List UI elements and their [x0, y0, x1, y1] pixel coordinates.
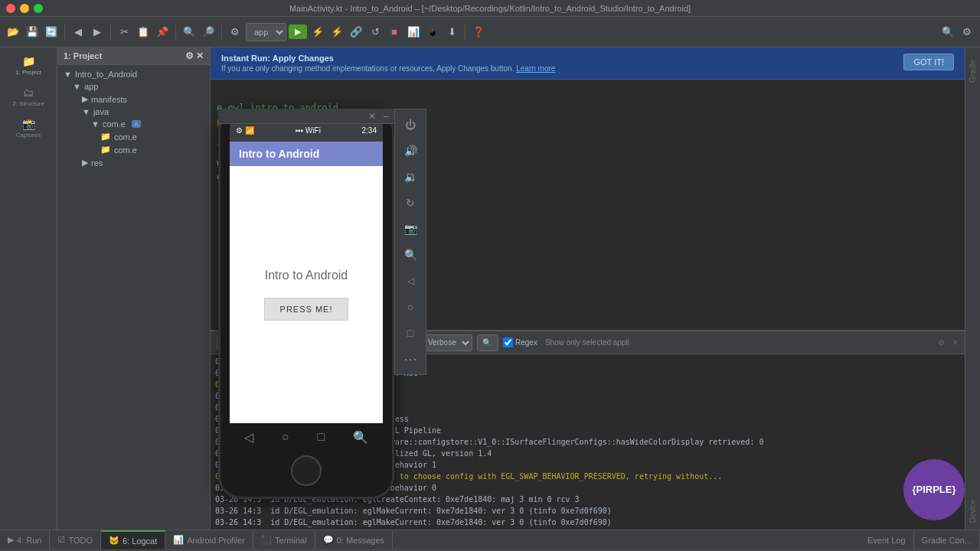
profiler-btn[interactable]: 📊: [405, 24, 422, 41]
sidebar-tab-project-label: 1: Project: [15, 69, 41, 76]
stop-btn[interactable]: ■: [386, 24, 403, 41]
sidebar-tab-captures[interactable]: 📸 Captures: [0, 113, 57, 143]
help-btn[interactable]: ❓: [470, 24, 487, 41]
paste-btn[interactable]: 📌: [154, 24, 171, 41]
separator-5: [465, 24, 466, 40]
tab-event-log[interactable]: Event Log: [860, 530, 914, 549]
activity-badge: A: [132, 120, 141, 128]
back-nav-icon[interactable]: ◁: [244, 430, 253, 445]
zoom-btn[interactable]: 🔍: [398, 243, 423, 267]
tree-item-manifests[interactable]: ▶ manifests: [57, 93, 210, 106]
close-button[interactable]: [6, 4, 15, 13]
tab-logcat[interactable]: 🐱 6: Logcat: [101, 530, 165, 549]
terminal-tab-label: Terminal: [275, 536, 307, 545]
tree-item-root[interactable]: ▼ Intro_to_Android: [57, 68, 210, 80]
global-search-btn[interactable]: 🔍: [939, 24, 956, 41]
sync-btn[interactable]: 🔄: [43, 24, 60, 41]
tab-run[interactable]: ▶ 4: Run: [0, 530, 50, 549]
learn-more-link[interactable]: Learn more: [516, 64, 555, 73]
tree-item-com1[interactable]: ▼ com.e A: [57, 118, 210, 130]
gradle-tab[interactable]: Gradle: [967, 57, 978, 86]
logcat-close-icon[interactable]: ✕: [952, 338, 959, 347]
instant-run-btn[interactable]: ⚡: [328, 24, 345, 41]
instant-run-banner: Instant Run: Apply Changes If you are on…: [211, 47, 965, 80]
emu-close-btn[interactable]: ✕: [367, 111, 377, 122]
restart-btn[interactable]: ↺: [367, 24, 384, 41]
back-emu-btn[interactable]: ◁: [398, 269, 423, 293]
square-btn[interactable]: □: [398, 321, 423, 345]
back-btn[interactable]: ◀: [70, 24, 87, 41]
pirple-badge[interactable]: {PIRPLE}: [903, 459, 965, 520]
volume-up-btn[interactable]: 🔊: [398, 139, 423, 163]
rotate-btn[interactable]: ↻: [398, 191, 423, 215]
project-close-icon[interactable]: ✕: [196, 51, 204, 61]
got-it-button[interactable]: GOT IT!: [903, 54, 954, 70]
logcat-settings-icon[interactable]: ⚙: [938, 338, 945, 347]
search-btn[interactable]: 🔍: [181, 24, 198, 41]
logcat-search-input[interactable]: [477, 334, 498, 351]
left-sidebar: 📁 1: Project 🗂 2: Structure 📸 Captures: [0, 47, 57, 530]
separator-4: [221, 24, 222, 40]
sidebar-tab-structure[interactable]: 🗂 2: Structure: [0, 82, 57, 112]
press-me-button[interactable]: PRESS ME!: [264, 298, 349, 321]
tree-item-java[interactable]: ▼ java: [57, 106, 210, 118]
replace-btn[interactable]: 🔎: [200, 24, 217, 41]
screenshot-btn[interactable]: 📷: [398, 217, 423, 241]
tree-root-label: Intro_to_Android: [75, 70, 137, 79]
tab-terminal[interactable]: ⬛ Terminal: [253, 530, 315, 549]
open-file-btn[interactable]: 📂: [5, 24, 21, 41]
maximize-button[interactable]: [34, 4, 43, 13]
main-layout: 📁 1: Project 🗂 2: Structure 📸 Captures 1…: [0, 47, 980, 530]
toolbar: 📂 💾 🔄 ◀ ▶ ✂ 📋 📌 🔍 🔎 ⚙ app ▶ ⚡ ⚡ 🔗 ↺ ■ 📊 …: [0, 17, 980, 47]
phone-frame: ⚙ 📶 ▪▪▪ WiFi 2:34 Intro to Android Intro…: [218, 109, 394, 499]
bottom-tabs: ▶ 4: Run ☑ TODO 🐱 6: Logcat 📊 Android Pr…: [0, 530, 980, 549]
sidebar-tab-project[interactable]: 📁 1: Project: [0, 51, 57, 80]
copy-btn[interactable]: 📋: [135, 24, 152, 41]
tree-item-com3[interactable]: 📁 com.e: [57, 143, 210, 156]
tab-profiler[interactable]: 📊 Android Profiler: [165, 530, 253, 549]
sidebar-tab-structure-label: 2: Structure: [12, 100, 44, 107]
power-btn[interactable]: ⏻: [398, 112, 423, 137]
level-select[interactable]: Verbose: [421, 334, 472, 351]
volume-down-btn[interactable]: 🔉: [398, 165, 423, 189]
tree-res-label: res: [91, 158, 103, 168]
cut-btn[interactable]: ✂: [116, 24, 132, 41]
title-bar: MainActivity.kt - Intro_to_Android – [~/…: [0, 0, 980, 17]
minimize-button[interactable]: [20, 4, 29, 13]
forward-btn[interactable]: ▶: [89, 24, 106, 41]
tab-gradle-console[interactable]: Gradle Con...: [914, 530, 980, 549]
emulator-toolbar: ⏻ 🔊 🔉 ↻ 📷 🔍 ◁ ○ □ ⋯: [394, 109, 426, 375]
home-nav-icon[interactable]: ○: [282, 430, 289, 444]
save-btn[interactable]: 💾: [24, 24, 41, 41]
run-button[interactable]: ▶: [289, 24, 307, 39]
phone-time: 2:34: [362, 126, 377, 135]
download-btn[interactable]: ⬇: [443, 24, 460, 41]
project-settings-icon[interactable]: ⚙: [185, 51, 194, 61]
device-file-explorer-tab[interactable]: Device: [967, 497, 978, 527]
settings-btn[interactable]: ⚙: [959, 24, 975, 41]
terminal-tab-icon: ⬛: [261, 535, 272, 545]
device-btn[interactable]: 📱: [424, 24, 441, 41]
recent-nav-icon[interactable]: □: [318, 430, 325, 444]
run-tab-label: 4: Run: [17, 536, 41, 545]
tree-item-com2[interactable]: 📁 com.e: [57, 130, 210, 143]
circle-btn[interactable]: ○: [398, 295, 423, 319]
window-title: MainActivity.kt - Intro_to_Android – [~/…: [289, 4, 691, 13]
tab-todo[interactable]: ☑ TODO: [50, 530, 101, 549]
run-config-btn[interactable]: ⚙: [227, 24, 243, 41]
regex-check[interactable]: Regex: [503, 337, 537, 347]
separator-3: [175, 24, 176, 40]
regex-checkbox[interactable]: [503, 337, 513, 347]
tree-item-app[interactable]: ▼ app: [57, 80, 210, 93]
tree-item-res[interactable]: ▶ res: [57, 156, 210, 169]
todo-tab-icon: ☑: [57, 535, 65, 545]
phone-home-button[interactable]: [291, 455, 322, 486]
tab-messages[interactable]: 💬 0: Messages: [315, 530, 393, 549]
app-select[interactable]: app: [246, 23, 286, 41]
more-btn[interactable]: ⋯: [398, 347, 423, 371]
attach-btn[interactable]: 🔗: [348, 24, 364, 41]
flash-btn[interactable]: ⚡: [309, 24, 326, 41]
search-nav-icon[interactable]: 🔍: [353, 430, 368, 445]
emu-minimize-btn[interactable]: –: [381, 111, 391, 122]
tree-java-label: java: [93, 107, 109, 116]
